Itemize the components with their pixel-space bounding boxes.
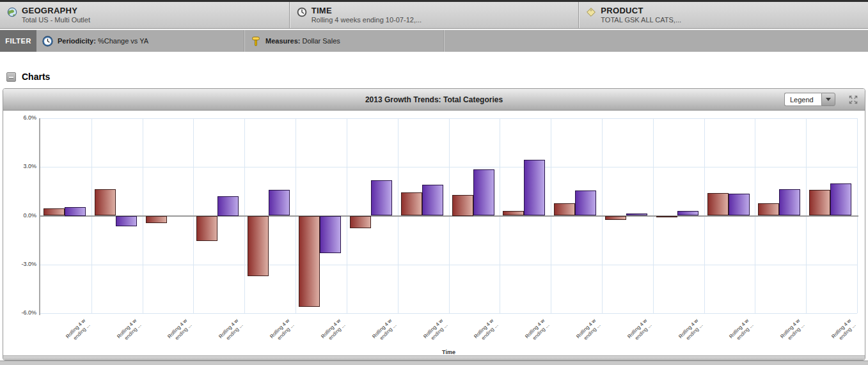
bar-maroon[interactable] [554, 203, 575, 215]
periodicity-label: Periodicity: [58, 37, 96, 45]
bar-purple[interactable] [320, 216, 341, 254]
header-section-geography[interactable]: GEOGRAPHY Total US - Multi Outlet [0, 2, 289, 28]
bar-purple[interactable] [626, 214, 647, 216]
measures-label: Measures: [265, 37, 300, 45]
clock-icon [296, 7, 308, 17]
header-section-product[interactable]: PRODUCT TOTAL GSK ALL CATS,... [578, 2, 868, 28]
chart-title: 2013 Growth Trends: Total Categories [365, 95, 503, 104]
measures-value: Dollar Sales [302, 37, 340, 45]
chevron-down-icon [826, 98, 831, 101]
periodicity-clock-icon [42, 36, 53, 47]
chart-panel: 2013 Growth Trends: Total Categories Leg… [3, 88, 865, 361]
globe-icon [6, 7, 18, 17]
plot-region: 6.0%3.0%0.0%-3.0%-6.0%Rolling 4 wending … [3, 111, 865, 356]
bar-maroon[interactable] [95, 189, 116, 216]
header-section-time[interactable]: TIME Rolling 4 weeks ending 10-07-12,... [289, 2, 579, 28]
bar-maroon[interactable] [605, 216, 626, 220]
bar-purple[interactable] [217, 196, 239, 216]
bar-purple[interactable] [575, 190, 596, 215]
bar-maroon[interactable] [196, 216, 217, 241]
product-title: PRODUCT [601, 6, 681, 15]
filter-bar-empty [445, 30, 868, 52]
bar-purple[interactable] [422, 185, 443, 215]
filter-bar-label: FILTER [0, 30, 36, 52]
chart-panel-titlebar: 2013 Growth Trends: Total Categories Leg… [3, 89, 865, 111]
bar-maroon[interactable] [43, 208, 65, 215]
bar-purple[interactable] [371, 180, 392, 216]
bar-maroon[interactable] [248, 216, 269, 276]
bar-purple[interactable] [269, 190, 290, 216]
charts-section-header: Charts [6, 71, 868, 82]
bar-purple[interactable] [830, 183, 851, 216]
bar-purple[interactable] [677, 211, 698, 216]
filter-bar: FILTER Periodicity: %Change vs YA Measur… [0, 30, 868, 52]
x-axis-title: Time [40, 349, 857, 355]
y-tick-label: 6.0% [4, 114, 36, 121]
tag-icon [585, 7, 597, 17]
bar-purple[interactable] [473, 169, 494, 215]
bar-purple[interactable] [65, 207, 86, 216]
legend-dropdown: Legend [784, 93, 835, 106]
bar-maroon[interactable] [146, 216, 167, 223]
y-tick-label: -3.0% [4, 261, 36, 267]
chart-panel-footer [3, 355, 865, 360]
time-title: TIME [312, 6, 422, 15]
legend-dropdown-button[interactable] [821, 93, 835, 106]
bar-maroon[interactable] [350, 216, 371, 228]
bar-maroon[interactable] [707, 193, 729, 216]
grid-line-horizontal [40, 313, 857, 314]
legend-dropdown-value[interactable]: Legend [784, 93, 821, 106]
expand-arrows-icon[interactable] [848, 95, 858, 105]
bar-purple[interactable] [779, 189, 800, 216]
bar-purple[interactable] [116, 216, 137, 227]
measures-icon [251, 36, 261, 47]
filter-measures[interactable]: Measures: Dollar Sales [245, 30, 445, 52]
product-subtitle: TOTAL GSK ALL CATS,... [601, 16, 681, 24]
bar-maroon[interactable] [809, 190, 830, 216]
y-axis-line [39, 118, 40, 315]
collapse-minus-icon[interactable] [6, 72, 16, 82]
y-tick-label: 0.0% [4, 212, 36, 219]
geography-title: GEOGRAPHY [22, 6, 90, 15]
charts-section-title: Charts [22, 72, 50, 82]
geography-subtitle: Total US - Multi Outlet [22, 16, 90, 24]
filter-periodicity[interactable]: Periodicity: %Change vs YA [36, 30, 245, 52]
bar-maroon[interactable] [656, 216, 677, 217]
bar-maroon[interactable] [299, 216, 320, 307]
bar-maroon[interactable] [503, 211, 524, 216]
y-tick-label: -6.0% [4, 309, 36, 316]
page-bottom-bar [0, 361, 868, 365]
context-header-bar: GEOGRAPHY Total US - Multi Outlet TIME R… [0, 2, 868, 29]
bar-maroon[interactable] [452, 195, 473, 216]
bar-purple[interactable] [729, 194, 750, 215]
bar-purple[interactable] [524, 160, 545, 216]
time-subtitle: Rolling 4 weeks ending 10-07-12,... [312, 16, 422, 24]
y-tick-label: 3.0% [4, 163, 36, 169]
periodicity-value: %Change vs YA [98, 37, 148, 45]
bar-maroon[interactable] [401, 192, 422, 216]
bar-maroon[interactable] [758, 203, 779, 215]
